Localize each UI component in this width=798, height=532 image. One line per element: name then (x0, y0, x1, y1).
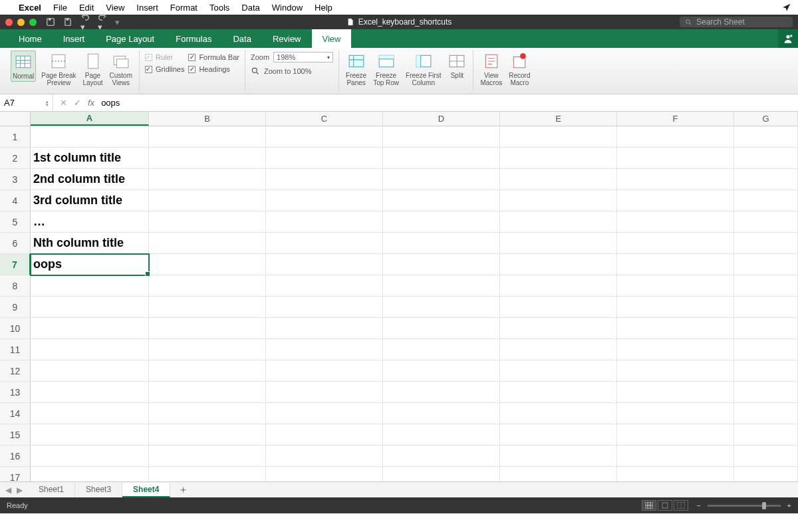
cell-E1[interactable] (500, 126, 617, 148)
cell-C5[interactable] (266, 211, 383, 233)
freeze-toprow-button[interactable]: Freeze Top Row (372, 51, 400, 88)
search-sheet[interactable]: Search Sheet (680, 17, 793, 27)
cell-E5[interactable] (500, 211, 617, 233)
row-header-7[interactable]: 7 (0, 254, 31, 275)
tab-home[interactable]: Home (8, 29, 53, 48)
cell-E8[interactable] (500, 275, 617, 297)
zoom-slider[interactable] (708, 505, 781, 507)
row-header-9[interactable]: 9 (0, 297, 31, 318)
autosave-icon[interactable] (46, 17, 55, 27)
tab-review[interactable]: Review (262, 29, 312, 48)
cell-E6[interactable] (500, 233, 617, 254)
cell-D3[interactable] (383, 169, 500, 190)
cell-E16[interactable] (500, 446, 617, 467)
cell-D14[interactable] (383, 403, 500, 424)
menu-help[interactable]: Help (315, 3, 332, 13)
menu-insert[interactable]: Insert (136, 3, 158, 13)
cell-D7[interactable] (383, 254, 500, 275)
cell-D6[interactable] (383, 233, 500, 254)
fx-label[interactable]: fx (88, 98, 94, 108)
col-header-C[interactable]: C (266, 112, 383, 126)
tab-formulas[interactable]: Formulas (165, 29, 222, 48)
cell-D17[interactable] (383, 467, 500, 481)
menu-file[interactable]: File (53, 3, 67, 13)
cell-A17[interactable] (31, 467, 149, 481)
cell-D10[interactable] (383, 318, 500, 339)
cell-A5[interactable]: … (31, 211, 149, 233)
cell-B5[interactable] (149, 211, 266, 233)
cell-C8[interactable] (266, 275, 383, 297)
cell-B3[interactable] (149, 169, 266, 190)
row-header-8[interactable]: 8 (0, 275, 31, 297)
pagebreak-button[interactable]: Page Break Preview (40, 51, 77, 88)
cell-B15[interactable] (149, 424, 266, 446)
row-header-1[interactable]: 1 (0, 126, 31, 148)
cell-G7[interactable] (734, 254, 798, 275)
cell-E7[interactable] (500, 254, 617, 275)
cell-C1[interactable] (266, 126, 383, 148)
cell-A4[interactable]: 3rd column title (31, 190, 149, 211)
record-macro-button[interactable]: Record Macro (507, 51, 531, 88)
cell-D11[interactable] (383, 339, 500, 360)
cell-G8[interactable] (734, 275, 798, 297)
cell-A3[interactable]: 2nd column title (31, 169, 149, 190)
cell-G2[interactable] (734, 148, 798, 169)
cell-E12[interactable] (500, 360, 617, 382)
cell-F17[interactable] (617, 467, 734, 481)
col-header-D[interactable]: D (383, 112, 500, 126)
cell-E14[interactable] (500, 403, 617, 424)
cell-A2[interactable]: 1st column title (31, 148, 149, 169)
cell-C13[interactable] (266, 382, 383, 403)
pagebreak-view-icon[interactable] (674, 500, 688, 511)
cell-B6[interactable] (149, 233, 266, 254)
sheet-tab-sheet1[interactable]: Sheet1 (28, 483, 75, 497)
cell-E13[interactable] (500, 382, 617, 403)
cell-C17[interactable] (266, 467, 383, 481)
cell-D13[interactable] (383, 382, 500, 403)
cell-E17[interactable] (500, 467, 617, 481)
menu-format[interactable]: Format (170, 3, 198, 13)
share-button[interactable]: + (778, 29, 798, 48)
app-name[interactable]: Excel (19, 3, 41, 13)
location-icon[interactable] (782, 3, 791, 12)
row-header-15[interactable]: 15 (0, 424, 31, 446)
row-header-3[interactable]: 3 (0, 169, 31, 190)
close-button[interactable] (5, 19, 13, 26)
headings-checkbox[interactable]: ✓Headings (188, 65, 239, 73)
row-header-6[interactable]: 6 (0, 233, 31, 254)
name-box[interactable]: A7 ▴▾ (0, 94, 53, 111)
cell-C10[interactable] (266, 318, 383, 339)
cell-E3[interactable] (500, 169, 617, 190)
cell-E4[interactable] (500, 190, 617, 211)
pagelayout-view-icon[interactable] (658, 500, 672, 511)
cell-B4[interactable] (149, 190, 266, 211)
add-sheet-button[interactable]: ＋ (170, 483, 196, 496)
cell-B1[interactable] (149, 126, 266, 148)
cell-F9[interactable] (617, 297, 734, 318)
cell-G15[interactable] (734, 424, 798, 446)
formula-input[interactable]: oops (101, 98, 120, 108)
sheet-prev-icon[interactable]: ◀ (5, 485, 11, 495)
col-header-B[interactable]: B (149, 112, 266, 126)
pagelayout-button[interactable]: Page Layout (82, 51, 104, 88)
cell-F16[interactable] (617, 446, 734, 467)
row-header-5[interactable]: 5 (0, 211, 31, 233)
cell-A15[interactable] (31, 424, 149, 446)
cell-F6[interactable] (617, 233, 734, 254)
cell-B2[interactable] (149, 148, 266, 169)
cell-G6[interactable] (734, 233, 798, 254)
undo-icon[interactable]: ▾ (80, 13, 90, 32)
cell-F8[interactable] (617, 275, 734, 297)
col-header-F[interactable]: F (617, 112, 734, 126)
cell-B7[interactable] (149, 254, 266, 275)
cell-B14[interactable] (149, 403, 266, 424)
cell-D5[interactable] (383, 211, 500, 233)
view-macros-button[interactable]: View Macros (479, 51, 503, 88)
cell-F14[interactable] (617, 403, 734, 424)
row-header-16[interactable]: 16 (0, 446, 31, 467)
cell-A13[interactable] (31, 382, 149, 403)
cell-E9[interactable] (500, 297, 617, 318)
cell-G9[interactable] (734, 297, 798, 318)
cell-G12[interactable] (734, 360, 798, 382)
tab-insert[interactable]: Insert (53, 29, 96, 48)
